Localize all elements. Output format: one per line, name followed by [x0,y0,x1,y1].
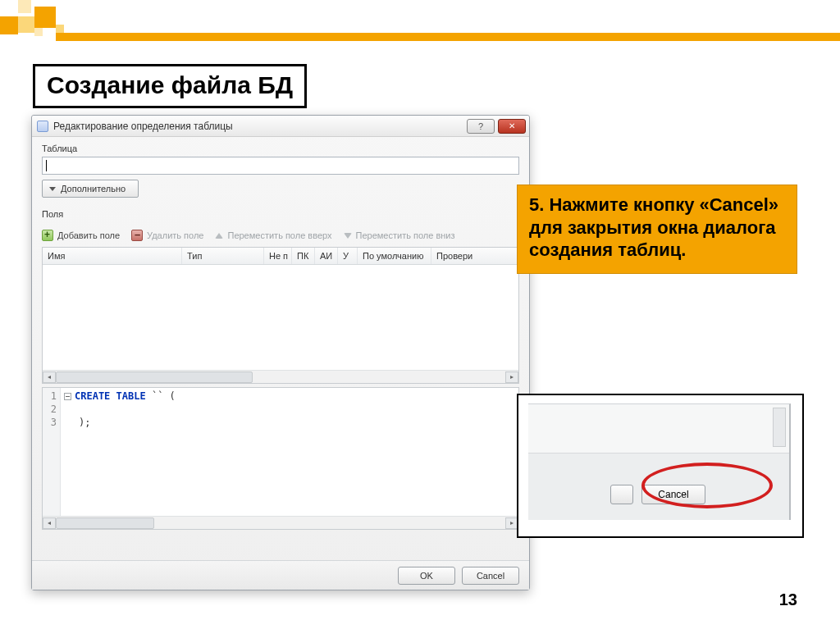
add-icon [42,230,53,241]
slide-decoration [0,0,840,41]
fold-icon[interactable] [64,393,71,400]
sql-text-3: ); [79,417,90,428]
grid-body[interactable] [43,265,518,370]
scroll-thumb[interactable] [56,517,154,529]
col-u[interactable]: У [338,248,358,264]
page-number: 13 [779,590,797,609]
col-notnull[interactable]: Не п [264,248,292,264]
add-field-label: Добавить поле [57,230,120,240]
advanced-button-label: Дополнительно [61,184,126,194]
sql-hscrollbar[interactable]: ◂ ▸ [43,516,518,529]
grid-header: Имя Тип Не п ПК АИ У По умолчанию Провер… [43,248,518,265]
ok-button[interactable]: OK [398,567,455,585]
inset-panel: Cancel [528,403,791,520]
add-field-button[interactable]: Добавить поле [42,230,120,241]
text-caret [46,160,47,171]
sql-preview: 123 CREATE TABLE `` ( ); ◂ ▸ [42,387,519,530]
section-label-table: Таблица [32,137,529,157]
move-down-label: Переместить поле вниз [356,230,455,240]
table-name-input[interactable] [42,157,519,175]
help-button[interactable] [467,119,495,134]
delete-field-button[interactable]: Удалить поле [131,230,203,241]
scroll-left-icon[interactable]: ◂ [43,371,56,383]
col-ai[interactable]: АИ [315,248,338,264]
zoom-inset: Cancel [517,394,804,538]
slide-title-box: Создание файла БД [33,64,307,108]
dialog-titlebar: Редактирование определения таблицы [32,116,529,137]
move-down-button[interactable]: Переместить поле вниз [344,230,455,240]
sql-text-1b: `` ( [146,390,176,402]
inset-vscrollbar[interactable] [773,408,786,447]
inset-cancel-label: Cancel [658,489,688,500]
inset-ok-button-fragment[interactable] [610,485,633,504]
dialog-title: Редактирование определения таблицы [53,121,463,132]
col-check[interactable]: Провери [431,248,518,264]
close-button[interactable] [498,119,526,134]
instruction-callout: 5. Нажмите кнопку «Cancel» для закрытия … [517,185,797,274]
arrow-down-icon [344,233,352,239]
ok-button-label: OK [420,571,433,581]
chevron-down-icon [49,187,56,191]
fields-toolbar: Добавить поле Удалить поле Переместить п… [42,226,519,245]
arrow-up-icon [215,233,223,239]
cancel-button[interactable]: Cancel [462,567,519,585]
delete-icon [131,230,143,241]
scroll-left-icon[interactable]: ◂ [43,517,56,529]
sql-keyword: CREATE TABLE [75,390,146,402]
fields-grid: Имя Тип Не п ПК АИ У По умолчанию Провер… [42,247,519,384]
advanced-button[interactable]: Дополнительно [42,180,139,198]
delete-field-label: Удалить поле [147,230,203,240]
table-definition-dialog: Редактирование определения таблицы Табли… [31,115,530,590]
grid-hscrollbar[interactable]: ◂ ▸ [43,370,518,383]
app-icon [37,121,48,132]
dialog-footer: OK Cancel [32,560,529,590]
scroll-thumb[interactable] [56,371,253,383]
move-up-label: Переместить поле вверх [227,230,331,240]
sql-gutter: 123 [43,388,61,516]
scroll-right-icon[interactable]: ▸ [505,371,518,383]
col-type[interactable]: Тип [182,248,264,264]
col-default[interactable]: По умолчанию [358,248,431,264]
col-pk[interactable]: ПК [292,248,315,264]
inset-cancel-button[interactable]: Cancel [641,485,705,504]
callout-text: 5. Нажмите кнопку «Cancel» для закрытия … [529,194,778,260]
inset-panel-top [528,404,789,454]
slide-title: Создание файла БД [47,71,293,99]
section-label-fields: Поля [32,203,529,222]
sql-code[interactable]: CREATE TABLE `` ( ); [61,388,179,516]
cancel-button-label: Cancel [477,571,504,581]
col-name[interactable]: Имя [43,248,182,264]
move-up-button[interactable]: Переместить поле вверх [215,230,331,240]
